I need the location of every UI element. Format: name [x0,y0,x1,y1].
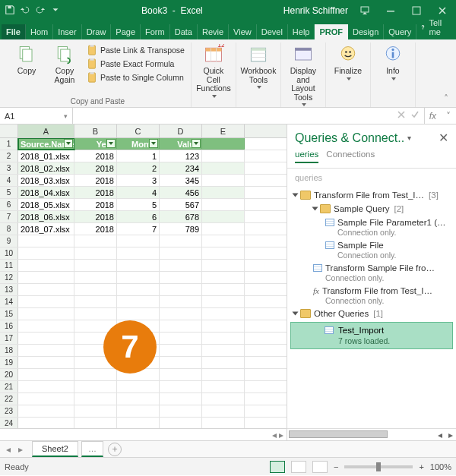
table-cell[interactable] [18,284,74,295]
col-header-b[interactable]: B [74,125,117,137]
row-header[interactable]: 6 [0,199,18,210]
table-cell[interactable] [160,296,202,307]
query-item-test-import[interactable]: Test_Import 7 rows loaded. [290,322,453,349]
table-cell[interactable] [202,381,245,392]
queries-search[interactable]: queries [287,169,456,187]
col-header-c[interactable]: C [117,125,160,137]
table-header-cell[interactable] [202,138,245,150]
tab-query[interactable]: Query [384,24,416,39]
pane-horizontal-scrollbar[interactable]: ◂▸ [287,428,456,440]
table-cell[interactable] [117,381,160,392]
undo-icon[interactable] [20,5,30,17]
new-sheet-button[interactable]: ＋ [108,443,122,456]
pane-tab-connections[interactable]: Connections [326,150,375,163]
redo-icon[interactable] [35,5,46,17]
paste-exact-formula-button[interactable]: Paste Exact Formula [85,58,186,70]
row-header[interactable]: 4 [0,175,18,186]
table-cell[interactable] [117,418,160,428]
table-cell[interactable]: 2018_04.xlsx [18,187,74,198]
table-cell[interactable] [202,187,245,198]
table-cell[interactable] [160,320,202,332]
table-cell[interactable] [74,284,117,295]
view-page-break-icon[interactable] [312,461,328,473]
tab-draw[interactable]: Draw [82,24,112,39]
tab-prof[interactable]: PROF [315,24,348,39]
table-cell[interactable] [18,357,74,368]
row-header[interactable]: 11 [0,260,18,271]
table-cell[interactable] [74,296,117,307]
zoom-out-icon[interactable]: − [334,462,338,471]
table-cell[interactable] [18,369,74,380]
tab-help[interactable]: Help [288,24,315,39]
filter-dropdown-icon[interactable] [149,139,158,148]
table-cell[interactable] [202,223,245,235]
table-cell[interactable]: 4 [117,187,160,198]
view-normal-icon[interactable] [270,461,285,473]
table-cell[interactable] [202,235,245,247]
sheet-nav-first-icon[interactable]: ◂ [3,444,14,455]
table-cell[interactable]: 7 [117,223,160,235]
table-cell[interactable] [18,260,74,271]
table-cell[interactable]: 2018_06.xlsx [18,211,74,222]
copy-button[interactable]: Copy [9,43,44,76]
row-header[interactable]: 23 [0,405,18,417]
row-header[interactable]: 15 [0,308,18,320]
sheet-nav-last-icon[interactable]: ▸ [15,444,26,455]
accept-formula-icon[interactable] [410,110,420,121]
pane-tab-queries[interactable]: ueries [295,150,318,163]
table-cell[interactable] [18,235,74,247]
row-header[interactable]: 24 [0,418,18,428]
table-cell[interactable] [202,272,245,283]
table-cell[interactable] [74,393,117,405]
table-cell[interactable]: 2018 [74,211,117,222]
table-cell[interactable] [160,381,202,392]
table-cell[interactable] [117,272,160,283]
table-cell[interactable] [202,296,245,307]
close-pane-icon[interactable]: ✕ [439,131,448,145]
table-cell[interactable] [202,418,245,428]
table-cell[interactable]: 567 [160,199,202,210]
table-cell[interactable] [18,320,74,332]
table-cell[interactable]: 2018 [74,175,117,186]
table-cell[interactable]: 2018_05.xlsx [18,199,74,210]
tab-insert[interactable]: Inser [53,24,81,39]
tab-file[interactable]: File [2,24,26,39]
grid-horizontal-scrollbar[interactable]: ◂ ▸ [0,428,287,440]
table-cell[interactable]: 3 [117,175,160,186]
row-header[interactable]: 8 [0,223,18,235]
table-cell[interactable] [160,333,202,344]
table-cell[interactable] [18,247,74,259]
table-cell[interactable] [160,405,202,417]
table-cell[interactable] [18,308,74,320]
table-header-cell[interactable]: Month [117,138,160,150]
table-cell[interactable]: 2018 [74,223,117,235]
table-cell[interactable] [74,247,117,259]
select-all-corner[interactable] [0,125,18,137]
table-cell[interactable] [202,405,245,417]
table-header-cell[interactable]: Value [160,138,202,150]
quick-cell-functions-button[interactable]: 123 Quick Cell Functions [196,43,231,98]
table-cell[interactable]: 2018 [74,150,117,162]
zoom-level[interactable]: 100% [430,462,451,471]
table-cell[interactable] [18,393,74,405]
row-header[interactable]: 5 [0,187,18,198]
table-cell[interactable] [18,405,74,417]
table-cell[interactable] [18,418,74,428]
expand-formula-bar-icon[interactable]: ˅ [441,108,456,124]
query-group-sample[interactable]: Sample Query[2] [292,202,451,216]
tab-page[interactable]: Page [111,24,141,39]
user-name[interactable]: Henrik Schiffner [283,5,348,16]
table-cell[interactable] [74,405,117,417]
table-cell[interactable]: 678 [160,211,202,222]
table-cell[interactable] [74,381,117,392]
query-group-other[interactable]: Other Queries[1] [292,307,451,320]
table-cell[interactable] [160,260,202,271]
zoom-in-icon[interactable]: + [419,462,423,471]
filter-dropdown-icon[interactable] [106,139,116,148]
table-cell[interactable] [160,369,202,380]
table-cell[interactable] [160,247,202,259]
row-header[interactable]: 19 [0,357,18,368]
table-cell[interactable] [160,308,202,320]
table-cell[interactable]: 123 [160,150,202,162]
paste-link-transpose-button[interactable]: Paste Link & Transpose [85,44,186,56]
